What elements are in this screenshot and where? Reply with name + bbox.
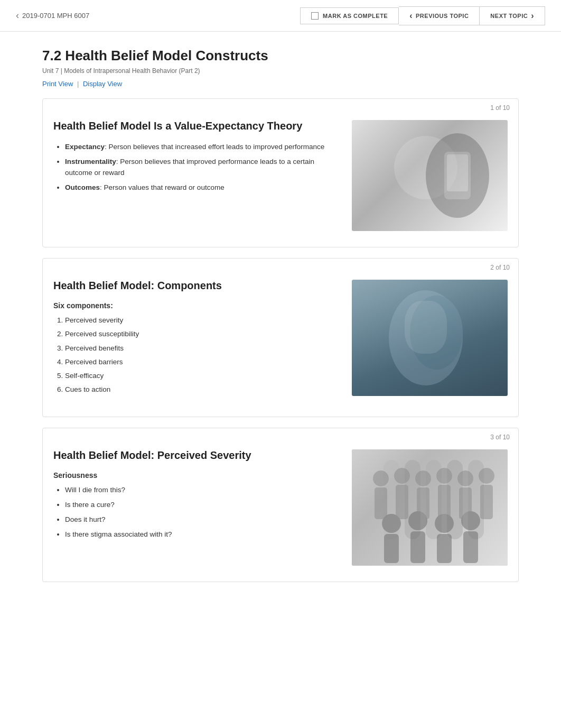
image-overlay-svg (352, 449, 508, 566)
nav-actions: MARK AS COMPLETE ‹ PREVIOUS TOPIC NEXT T… (300, 6, 545, 25)
list-item: Outcomes: Person values that reward or o… (65, 182, 341, 193)
svg-rect-2 (447, 154, 468, 191)
slide-body-1: Health Belief Model Is a Value-Expectanc… (43, 112, 518, 247)
previous-topic-button[interactable]: ‹ PREVIOUS TOPIC (399, 6, 480, 25)
slide-counter-1: 1 of 10 (43, 99, 518, 112)
slide-text-3: Health Belief Model: Perceived Severity … (53, 449, 341, 566)
slide-title-3: Health Belief Model: Perceived Severity (53, 449, 341, 462)
svg-point-19 (408, 511, 427, 530)
slide-subtitle-3: Seriousness (53, 471, 341, 480)
list-item-bold: Instrumentality (65, 158, 116, 165)
svg-point-7 (394, 468, 410, 484)
list-item: Self-efficacy (65, 371, 341, 381)
slide-text-2: Health Belief Model: Components Six comp… (53, 280, 341, 401)
svg-point-13 (457, 471, 473, 486)
back-label: 2019-0701 MPH 6007 (22, 12, 89, 20)
svg-point-17 (382, 514, 401, 533)
svg-point-23 (461, 511, 480, 530)
slide-subtitle-2: Six components: (53, 301, 341, 310)
page-title: 7.2 Health Belief Model Constructs (42, 48, 519, 64)
breadcrumb: Unit 7 | Models of Intrapersonal Health … (42, 67, 519, 75)
image-placeholder (352, 120, 508, 231)
list-item: Is there a cure? (65, 500, 341, 510)
slide-image-1 (352, 120, 508, 231)
list-item: Instrumentality: Person believes that im… (65, 156, 341, 178)
mark-complete-button[interactable]: MARK AS COMPLETE (300, 7, 399, 24)
slide-counter-3: 3 of 10 (43, 428, 518, 441)
prev-chevron-icon: ‹ (409, 11, 413, 21)
page-content: 7.2 Health Belief Model Constructs Unit … (0, 32, 561, 609)
svg-point-15 (479, 468, 494, 484)
slide-body-2: Health Belief Model: Components Six comp… (43, 271, 518, 417)
svg-rect-6 (375, 487, 387, 519)
next-chevron-icon: › (531, 11, 534, 21)
svg-point-21 (435, 514, 454, 533)
slide-text-1: Health Belief Model Is a Value-Expectanc… (53, 120, 341, 231)
slide-card-2: 2 of 10 Health Belief Model: Components … (42, 258, 519, 417)
slide-image-2 (352, 280, 508, 396)
view-links: Print View | Display View (42, 80, 519, 88)
mark-complete-label: MARK AS COMPLETE (323, 13, 388, 19)
svg-rect-18 (384, 534, 399, 563)
list-item-rest: : Person believes that increased effort … (105, 143, 324, 151)
list-item-bold: Outcomes (65, 183, 100, 191)
image-overlay-svg (352, 120, 508, 231)
back-link[interactable]: ‹ 2019-0701 MPH 6007 (16, 10, 89, 21)
svg-rect-16 (480, 485, 493, 519)
top-navigation: ‹ 2019-0701 MPH 6007 MARK AS COMPLETE ‹ … (0, 0, 561, 32)
view-separator: | (77, 80, 79, 88)
svg-rect-22 (437, 534, 452, 563)
image-placeholder (352, 280, 508, 396)
list-item-bold: Expectancy (65, 143, 105, 151)
svg-point-4 (410, 296, 463, 370)
image-overlay-svg (352, 280, 508, 396)
back-chevron-icon: ‹ (16, 10, 19, 21)
svg-rect-8 (396, 485, 408, 519)
checkbox-icon (311, 12, 319, 20)
svg-point-9 (415, 471, 431, 486)
list-item: Will I die from this? (65, 485, 341, 495)
slide-card-1: 1 of 10 Health Belief Model Is a Value-E… (42, 98, 519, 247)
slide-title-2: Health Belief Model: Components (53, 280, 341, 292)
list-item: Perceived barriers (65, 357, 341, 367)
list-item-rest: : Person values that reward or outcome (100, 183, 225, 191)
list-item: Is there stigma associated with it? (65, 529, 341, 540)
svg-point-5 (373, 471, 389, 486)
svg-point-11 (436, 468, 452, 484)
slide-list-3: Will I die from this? Is there a cure? D… (53, 485, 341, 540)
list-item: Does it hurt? (65, 514, 341, 525)
slide-card-3: 3 of 10 Health Belief Model: Perceived S… (42, 428, 519, 582)
svg-rect-20 (410, 531, 425, 563)
image-placeholder (352, 449, 508, 566)
print-view-link[interactable]: Print View (42, 80, 73, 88)
list-item: Cues to action (65, 384, 341, 395)
prev-topic-label: PREVIOUS TOPIC (416, 13, 469, 19)
slide-title-1: Health Belief Model Is a Value-Expectanc… (53, 120, 341, 132)
slide-list-2: Perceived severity Perceived susceptibil… (53, 315, 341, 395)
svg-rect-24 (463, 531, 478, 563)
slide-counter-2: 2 of 10 (43, 259, 518, 271)
list-item: Perceived susceptibility (65, 329, 341, 339)
list-item: Perceived severity (65, 315, 341, 326)
list-item: Expectancy: Person believes that increas… (65, 142, 341, 152)
slide-image-3 (352, 449, 508, 566)
next-topic-button[interactable]: NEXT TOPIC › (480, 6, 545, 25)
list-item: Perceived benefits (65, 343, 341, 354)
display-view-link[interactable]: Display View (83, 80, 122, 88)
slide-body-3: Health Belief Model: Perceived Severity … (43, 441, 518, 582)
slide-list-1: Expectancy: Person believes that increas… (53, 142, 341, 193)
next-topic-label: NEXT TOPIC (490, 13, 528, 19)
